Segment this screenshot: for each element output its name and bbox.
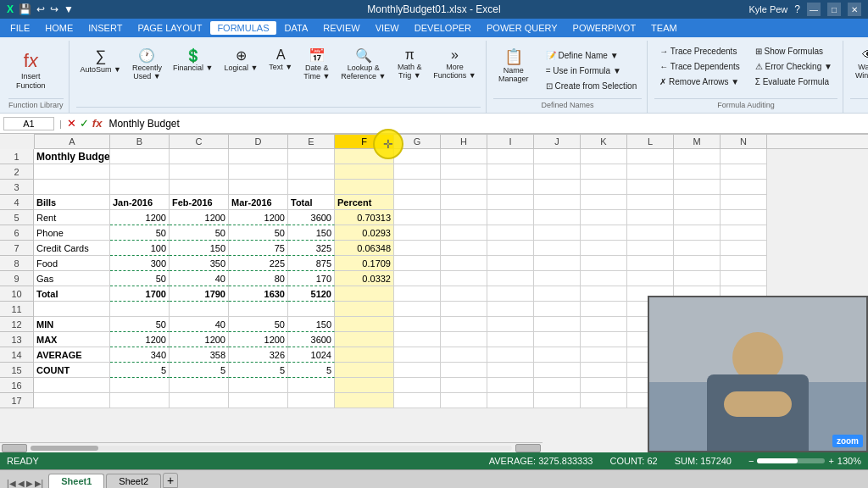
cell-i12[interactable]	[487, 317, 534, 332]
cell-i15[interactable]	[487, 363, 534, 378]
cell-k17[interactable]	[581, 393, 627, 408]
cell-d16[interactable]	[229, 378, 288, 393]
cell-k8[interactable]	[581, 256, 627, 271]
cell-n5[interactable]	[721, 210, 767, 225]
menu-view[interactable]: VIEW	[369, 21, 406, 35]
cell-d4[interactable]: Mar-2016	[229, 195, 288, 210]
cell-m9[interactable]	[674, 271, 721, 286]
cell-n7[interactable]	[721, 241, 767, 256]
cell-h8[interactable]	[441, 256, 487, 271]
cell-n2[interactable]	[721, 164, 767, 180]
cell-h9[interactable]	[441, 271, 487, 286]
cell-f17[interactable]	[335, 393, 394, 408]
cell-l4[interactable]	[627, 195, 674, 210]
error-checking-btn[interactable]: ⚠ Error Checking ▼	[750, 59, 837, 74]
menu-review[interactable]: REVIEW	[316, 21, 366, 35]
cell-h10[interactable]	[441, 286, 487, 302]
cell-a16[interactable]	[34, 378, 110, 393]
cell-i4[interactable]	[487, 195, 534, 210]
cell-e3[interactable]	[288, 180, 335, 195]
cell-d1[interactable]	[229, 149, 288, 164]
row-header-2[interactable]: 2	[0, 164, 34, 180]
cell-k2[interactable]	[581, 164, 627, 180]
cell-j15[interactable]	[534, 363, 581, 378]
cell-d10[interactable]: 1630	[229, 286, 288, 302]
name-manager-btn[interactable]: 📋 NameManager	[493, 44, 534, 97]
cell-k11[interactable]	[581, 302, 627, 317]
cell-a14[interactable]: AVERAGE	[34, 347, 110, 363]
cell-h14[interactable]	[441, 347, 487, 363]
cell-l8[interactable]	[627, 256, 674, 271]
cell-a13[interactable]: MAX	[34, 332, 110, 347]
cell-l2[interactable]	[627, 164, 674, 180]
cell-i2[interactable]	[487, 164, 534, 180]
cell-k10[interactable]	[581, 286, 627, 302]
row-header-17[interactable]: 17	[0, 393, 34, 408]
cell-j6[interactable]	[534, 225, 581, 241]
cell-b7[interactable]: 100	[110, 241, 170, 256]
row-header-6[interactable]: 6	[0, 225, 34, 241]
cell-c3[interactable]	[170, 180, 229, 195]
cell-a2[interactable]	[34, 164, 110, 180]
cell-f1[interactable]	[335, 149, 394, 164]
cell-f12[interactable]	[335, 317, 394, 332]
cell-d15[interactable]: 5	[229, 363, 288, 378]
cell-d5[interactable]: 1200	[229, 210, 288, 225]
zoom-out-btn[interactable]: −	[748, 456, 754, 466]
cell-g16[interactable]	[394, 378, 441, 393]
cell-i3[interactable]	[487, 180, 534, 195]
menu-powerpivot[interactable]: POWERPIVOT	[566, 21, 643, 35]
cell-reference-box[interactable]: A1	[3, 117, 54, 130]
cell-j2[interactable]	[534, 164, 581, 180]
cell-m3[interactable]	[674, 180, 721, 195]
maximize-btn[interactable]: □	[827, 3, 841, 16]
undo-btn[interactable]: ↩	[36, 3, 45, 15]
cell-j7[interactable]	[534, 241, 581, 256]
menu-page-layout[interactable]: PAGE LAYOUT	[131, 21, 209, 35]
cell-n3[interactable]	[721, 180, 767, 195]
cell-e13[interactable]: 3600	[288, 332, 335, 347]
cell-g2[interactable]	[394, 164, 441, 180]
row-header-9[interactable]: 9	[0, 271, 34, 286]
cell-c14[interactable]: 358	[170, 347, 229, 363]
cell-h7[interactable]	[441, 241, 487, 256]
cell-e12[interactable]: 150	[288, 317, 335, 332]
col-header-h[interactable]: H	[441, 135, 487, 148]
cell-f2[interactable]	[335, 164, 394, 180]
cancel-formula-icon[interactable]: ✕	[67, 117, 76, 130]
cell-g4[interactable]	[394, 195, 441, 210]
cell-h11[interactable]	[441, 302, 487, 317]
menu-data[interactable]: DATA	[278, 21, 315, 35]
row-header-12[interactable]: 12	[0, 317, 34, 332]
menu-power-query[interactable]: POWER QUERY	[480, 21, 565, 35]
cell-b15[interactable]: 5	[110, 363, 170, 378]
cell-d17[interactable]	[229, 393, 288, 408]
sheet-tab-sheet2[interactable]: Sheet2	[106, 474, 161, 488]
cell-f9[interactable]: 0.0332	[335, 271, 394, 286]
row-header-1[interactable]: 1	[0, 149, 34, 164]
sheet-nav-last[interactable]: ▶|	[35, 479, 44, 488]
cell-b2[interactable]	[110, 164, 170, 180]
cell-h13[interactable]	[441, 332, 487, 347]
cell-f10[interactable]	[335, 286, 394, 302]
cell-e15[interactable]: 5	[288, 363, 335, 378]
redo-btn[interactable]: ↪	[50, 3, 58, 15]
cell-i5[interactable]	[487, 210, 534, 225]
cell-h4[interactable]	[441, 195, 487, 210]
row-header-13[interactable]: 13	[0, 332, 34, 347]
cell-l5[interactable]	[627, 210, 674, 225]
cell-i9[interactable]	[487, 271, 534, 286]
cell-b4[interactable]: Jan-2016	[110, 195, 170, 210]
autosum-btn[interactable]: ∑ AutoSum ▼	[76, 44, 125, 77]
cell-j1[interactable]	[534, 149, 581, 164]
insert-function-btn[interactable]: fx InsertFunction	[8, 44, 53, 97]
cell-m4[interactable]	[674, 195, 721, 210]
cell-g7[interactable]	[394, 241, 441, 256]
row-header-16[interactable]: 16	[0, 378, 34, 393]
cell-b5[interactable]: 1200	[110, 210, 170, 225]
cell-i7[interactable]	[487, 241, 534, 256]
cell-b8[interactable]: 300	[110, 256, 170, 271]
menu-home[interactable]: HOME	[38, 21, 80, 35]
menu-file[interactable]: FILE	[3, 21, 36, 35]
cell-c13[interactable]: 1200	[170, 332, 229, 347]
